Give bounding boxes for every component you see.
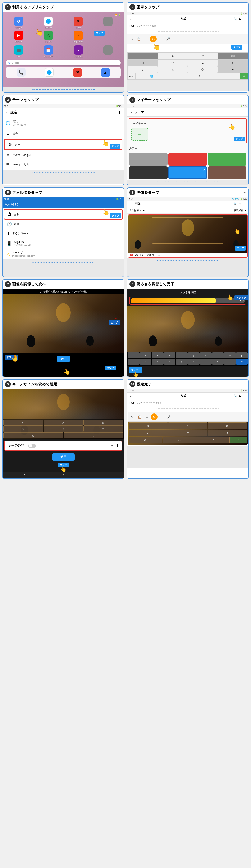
grid-icon[interactable]: ⊞: [239, 203, 241, 206]
tk-ma[interactable]: ま: [208, 430, 247, 436]
app-duo[interactable]: 📹 Duo: [5, 45, 33, 58]
dots-icon-10[interactable]: ⋯: [243, 395, 246, 398]
attach-icon[interactable]: 📎: [234, 18, 238, 21]
k-k[interactable]: k: [212, 359, 224, 365]
k-na-9[interactable]: な: [3, 426, 43, 432]
k-l[interactable]: l: [224, 359, 236, 365]
tool-menu-icon[interactable]: ☰: [143, 36, 149, 42]
k-o[interactable]: o: [224, 352, 236, 358]
next-button-7[interactable]: 次へ: [57, 355, 70, 362]
key-a[interactable]: あ: [158, 53, 188, 59]
color-green[interactable]: [208, 153, 246, 165]
k-ya-9[interactable]: や: [84, 426, 123, 432]
app-google[interactable]: G Google: [5, 17, 33, 29]
search-icon-6[interactable]: 🔍: [233, 203, 237, 206]
tool-clip-icon[interactable]: 📋: [136, 36, 142, 42]
dropdown-icon[interactable]: ▾: [143, 209, 145, 212]
k-w[interactable]: w: [140, 352, 152, 358]
more-icon[interactable]: ▶: [239, 18, 241, 21]
app-playmusic[interactable]: ♪ Play Music: [64, 31, 92, 43]
k-p[interactable]: p: [236, 352, 248, 358]
app-chrome[interactable]: 🌐 Chrome: [34, 17, 62, 29]
k-ra-9[interactable]: ら: [64, 432, 123, 438]
key-ma[interactable]: ま: [158, 66, 188, 72]
key-punct[interactable]: 。: [232, 73, 240, 79]
k-ma-9[interactable]: ま: [43, 426, 83, 432]
view-all[interactable]: 全画像表示: [129, 209, 142, 212]
color-gray[interactable]: [129, 153, 167, 165]
k-j[interactable]: j: [200, 359, 212, 365]
folder-item-download[interactable]: ⬇ ダウンロード: [4, 229, 123, 238]
key-enter[interactable]: ↵: [218, 66, 248, 72]
k-d[interactable]: d: [152, 359, 163, 365]
k-f[interactable]: f: [164, 359, 176, 365]
key-wa[interactable]: わ: [168, 73, 232, 79]
key-return[interactable]: ↵: [240, 73, 248, 79]
color-red[interactable]: [168, 153, 207, 165]
key-smiley[interactable]: ☺: [128, 66, 157, 72]
settings-item-config[interactable]: ≡ 設定: [2, 129, 124, 139]
app-gmail[interactable]: ✉ Gmail: [64, 17, 92, 29]
key-ya[interactable]: や: [188, 66, 218, 72]
google-search-bar[interactable]: G Google: [6, 60, 121, 65]
k-g[interactable]: g: [176, 359, 188, 365]
key-left[interactable]: ←: [128, 53, 157, 59]
tk-sa[interactable]: さ: [168, 423, 207, 429]
tool-g-10[interactable]: G: [129, 414, 135, 420]
folder-item-aquos[interactable]: 📱 AQUOS R3 空き容量: 105 GB: [4, 238, 123, 249]
apply-button-9[interactable]: 適用: [52, 454, 75, 461]
more-icon-10[interactable]: ▶: [239, 395, 241, 398]
tool-g-icon[interactable]: G: [129, 36, 134, 42]
back-arrow-4[interactable]: ←: [130, 111, 133, 114]
k-sa-9[interactable]: さ: [43, 420, 83, 426]
tool-dots-10[interactable]: ⋯: [159, 414, 165, 420]
hamburger-icon[interactable]: ☰: [129, 203, 132, 206]
tk-ha[interactable]: は: [208, 423, 247, 429]
tool-clip-10[interactable]: 📋: [136, 414, 143, 420]
tk-ta[interactable]: た: [129, 430, 168, 436]
dots-icon[interactable]: ⋯: [243, 18, 246, 21]
key-left2[interactable]: ◁: [128, 60, 157, 66]
tk-ya[interactable]: や: [196, 437, 230, 443]
image-highlight[interactable]: M MOSHINE... 2.60 MB 10... 👆 タップ: [128, 215, 248, 257]
k-enter[interactable]: ↵: [236, 359, 248, 365]
settings-item-theme[interactable]: ⚙ テーマ 👆 タップ: [4, 139, 122, 150]
add-theme-btn[interactable]: ＋: [131, 128, 148, 141]
k-y[interactable]: y: [188, 352, 200, 358]
k-r[interactable]: r: [164, 352, 176, 358]
key-right2[interactable]: ▷: [218, 60, 248, 66]
app-unknown2[interactable]: [94, 45, 122, 58]
key-globe[interactable]: 🌐: [136, 73, 167, 79]
color-dark[interactable]: [129, 166, 167, 179]
color-blue[interactable]: ✓: [168, 166, 207, 179]
folder-item-recent[interactable]: 🕐 最近: [4, 219, 123, 229]
k-e[interactable]: e: [152, 352, 163, 358]
key-ta[interactable]: た: [158, 60, 188, 66]
gear-icon[interactable]: ⚙: [150, 36, 157, 42]
tool-menu-10[interactable]: ☰: [144, 414, 150, 420]
settings-item-glide[interactable]: ☰ グライド入力: [2, 160, 124, 170]
tool-mic-icon[interactable]: 🎤: [165, 36, 171, 42]
gear-icon-10[interactable]: ⚙: [151, 413, 157, 420]
back-arrow-3[interactable]: ←: [5, 111, 9, 115]
k-a[interactable]: a: [128, 359, 139, 365]
dots-icon-6[interactable]: ⋮: [243, 203, 246, 206]
k-a-9[interactable]: あ: [3, 432, 63, 438]
tk-check[interactable]: ✓: [230, 437, 247, 443]
settings-dots[interactable]: ⋮: [118, 111, 121, 115]
k-i[interactable]: i: [212, 352, 224, 358]
nav-recent-9[interactable]: □: [102, 473, 104, 477]
dock-unknown[interactable]: ▲: [101, 68, 110, 77]
key-na[interactable]: な: [188, 60, 218, 66]
edit-icon-9[interactable]: ✏: [111, 444, 113, 447]
dock-chrome[interactable]: 🌐: [45, 68, 54, 77]
k-ha-9[interactable]: は: [84, 420, 123, 426]
k-h[interactable]: h: [188, 359, 200, 365]
app-assistant[interactable]: ● アシスタ...: [64, 45, 92, 58]
sort-dropdown[interactable]: ▾: [245, 209, 246, 212]
folder-item-images[interactable]: 🖼 画像 👆 タップ: [4, 209, 123, 219]
delete-icon-9[interactable]: 🗑: [116, 444, 119, 447]
back-arrow-10[interactable]: ←: [129, 395, 132, 398]
k-q[interactable]: q: [128, 352, 139, 358]
k-u[interactable]: u: [200, 352, 212, 358]
